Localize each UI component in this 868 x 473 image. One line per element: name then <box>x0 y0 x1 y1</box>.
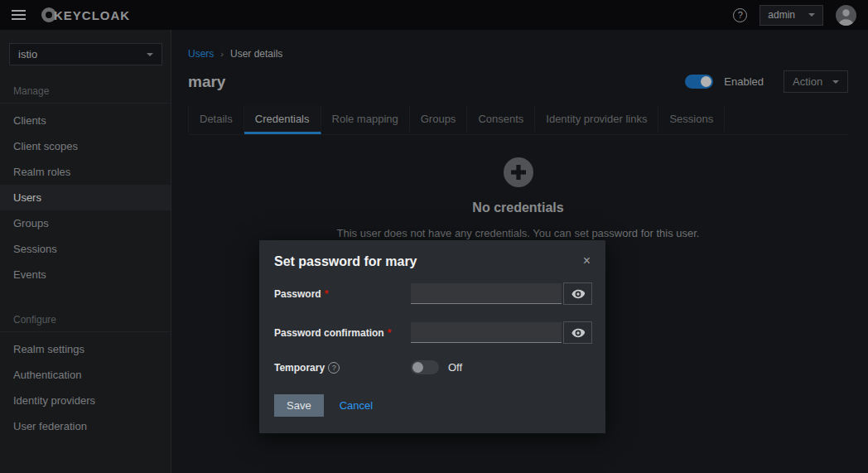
temporary-toggle[interactable] <box>411 360 439 374</box>
close-icon[interactable]: × <box>583 254 591 268</box>
app-root: KEYCLOAK ? admin istio Manage <box>0 0 868 473</box>
set-password-modal: Set password for mary × Password * <box>259 240 605 433</box>
temporary-label-text: Temporary <box>274 362 325 374</box>
modal-header: Set password for mary × <box>259 240 605 281</box>
required-marker: * <box>388 327 392 339</box>
modal-footer: Save Cancel <box>259 391 605 433</box>
show-password-confirmation-button[interactable] <box>563 321 592 344</box>
temporary-toggle-state: Off <box>448 361 462 374</box>
password-confirmation-input-group <box>411 321 592 344</box>
password-confirmation-label-text: Password confirmation <box>274 327 384 339</box>
help-icon[interactable]: ? <box>328 362 340 374</box>
password-confirmation-input[interactable] <box>411 322 562 343</box>
temporary-label: Temporary ? <box>274 362 411 374</box>
temporary-row: Temporary ? Off <box>274 360 591 374</box>
password-label: Password * <box>274 288 411 300</box>
toggle-knob <box>412 362 423 373</box>
password-row: Password * <box>274 282 591 305</box>
password-confirmation-row: Password confirmation * <box>274 321 591 344</box>
required-marker: * <box>325 288 329 300</box>
password-input[interactable] <box>411 283 562 304</box>
password-input-group <box>411 282 592 305</box>
modal-title: Set password for mary <box>274 254 417 269</box>
eye-icon <box>571 289 585 299</box>
password-confirmation-label: Password confirmation * <box>274 327 411 339</box>
cancel-button[interactable]: Cancel <box>340 399 373 412</box>
save-button[interactable]: Save <box>274 394 324 417</box>
show-password-button[interactable] <box>563 282 592 305</box>
password-label-text: Password <box>274 288 321 300</box>
modal-body: Password * Password confirmation <box>259 281 605 374</box>
eye-icon <box>571 328 585 338</box>
